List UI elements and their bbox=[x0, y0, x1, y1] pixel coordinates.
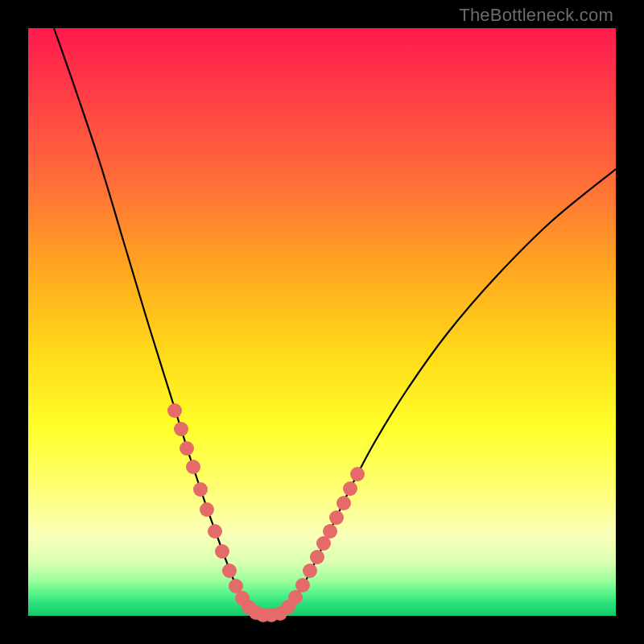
marker-dot bbox=[295, 578, 310, 592]
highlighted-segments bbox=[167, 403, 365, 622]
marker-dot bbox=[208, 524, 222, 539]
marker-dot bbox=[329, 510, 344, 525]
marker-dot bbox=[303, 564, 317, 578]
marker-dot bbox=[310, 550, 324, 564]
marker-dot bbox=[343, 481, 357, 496]
marker-dot bbox=[215, 544, 229, 559]
curve-svg bbox=[28, 28, 616, 616]
marker-dot bbox=[167, 403, 182, 418]
marker-dot bbox=[288, 590, 303, 605]
marker-dot bbox=[186, 460, 200, 474]
marker-dot bbox=[200, 502, 214, 517]
marker-dot bbox=[174, 422, 188, 436]
chart-frame: TheBottleneck.com bbox=[0, 0, 644, 644]
marker-dot bbox=[222, 564, 237, 578]
marker-dot bbox=[336, 496, 351, 510]
marker-dot bbox=[193, 482, 208, 497]
plot-area bbox=[28, 28, 616, 616]
marker-dot bbox=[323, 524, 337, 539]
marker-dot bbox=[350, 467, 365, 481]
attribution-text: TheBottleneck.com bbox=[459, 5, 613, 26]
marker-dot bbox=[180, 441, 194, 456]
